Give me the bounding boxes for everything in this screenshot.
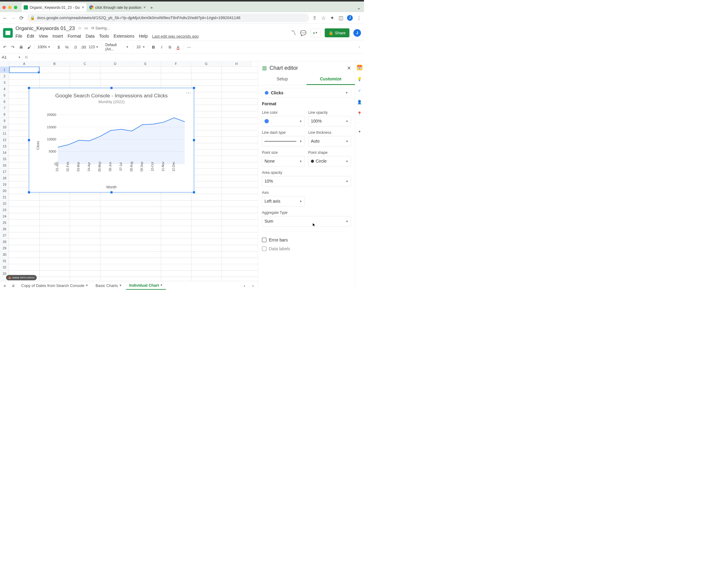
y-axis-label[interactable]: Clicks: [35, 107, 41, 184]
keep-icon[interactable]: 💡: [357, 76, 362, 82]
menu-edit[interactable]: Edit: [27, 34, 34, 39]
row-header[interactable]: 10: [0, 124, 9, 130]
scroll-right-icon[interactable]: ›: [249, 282, 257, 289]
extensions-icon[interactable]: ✦: [330, 15, 335, 21]
strikethrough-icon[interactable]: S: [167, 44, 173, 50]
formula-input[interactable]: [30, 54, 364, 61]
column-header[interactable]: E: [130, 61, 161, 67]
row-header[interactable]: 8: [0, 111, 9, 118]
paint-format-icon[interactable]: 🖌: [26, 44, 32, 50]
row-header[interactable]: 16: [0, 162, 9, 169]
new-tab-button[interactable]: +: [149, 4, 155, 10]
data-labels-checkbox[interactable]: Data labels: [262, 246, 351, 251]
row-header[interactable]: 23: [0, 207, 9, 213]
add-sheet-button[interactable]: +: [1, 282, 8, 289]
print-icon[interactable]: 🖶: [18, 44, 24, 50]
row-header[interactable]: 25: [0, 220, 9, 226]
font-select[interactable]: Default (Ari...▼: [104, 42, 130, 52]
bold-icon[interactable]: B: [151, 44, 156, 50]
side-panel-icon[interactable]: ◫: [338, 15, 344, 21]
line-dash-select[interactable]: ▼: [262, 136, 305, 147]
redo-icon[interactable]: ↷: [10, 44, 16, 50]
row-header[interactable]: 9: [0, 118, 9, 124]
resize-handle[interactable]: [110, 87, 112, 89]
star-icon[interactable]: ☆: [78, 26, 82, 31]
menu-file[interactable]: File: [16, 34, 22, 39]
menu-format[interactable]: Format: [68, 34, 81, 39]
share-up-icon[interactable]: ⇧: [312, 15, 317, 21]
axis-select[interactable]: Left axis▼: [262, 196, 305, 207]
all-sheets-button[interactable]: ≡: [10, 282, 17, 289]
currency-icon[interactable]: $: [56, 44, 61, 50]
menu-view[interactable]: View: [39, 34, 48, 39]
row-header[interactable]: 20: [0, 188, 9, 194]
row-header[interactable]: 29: [0, 245, 9, 252]
share-button[interactable]: 🔒Share: [324, 28, 349, 37]
insights-icon[interactable]: 〽: [291, 30, 296, 36]
close-panel-icon[interactable]: ✕: [347, 65, 351, 71]
line-thickness-select[interactable]: Auto▼: [308, 136, 351, 147]
close-window-icon[interactable]: [2, 6, 6, 9]
row-header[interactable]: 22: [0, 201, 9, 207]
column-header[interactable]: A: [9, 61, 40, 67]
error-bars-checkbox[interactable]: Error bars: [262, 238, 351, 242]
embedded-chart[interactable]: ⋮ Google Search Console - Impressions an…: [29, 88, 194, 193]
column-header[interactable]: D: [100, 61, 130, 67]
row-header[interactable]: 31: [0, 258, 9, 264]
column-header[interactable]: B: [40, 61, 70, 67]
sheet-tab[interactable]: Copy of Dates from Search Console▼: [18, 282, 91, 290]
menu-tools[interactable]: Tools: [99, 34, 109, 39]
aggregate-select[interactable]: Sum▼: [262, 216, 351, 227]
scroll-left-icon[interactable]: ‹: [241, 282, 248, 289]
row-header[interactable]: 26: [0, 226, 9, 232]
tab-setup[interactable]: Setup: [258, 74, 307, 85]
area-opacity-select[interactable]: 10%▼: [262, 176, 351, 187]
decrease-decimal-icon[interactable]: .0: [73, 44, 78, 50]
select-all-corner[interactable]: [0, 61, 9, 67]
line-opacity-select[interactable]: 100%▼: [308, 116, 351, 127]
row-header[interactable]: 32: [0, 264, 9, 270]
text-color-icon[interactable]: A: [175, 44, 181, 50]
fill-handle[interactable]: [38, 72, 40, 73]
tasks-icon[interactable]: ✓: [357, 88, 362, 94]
resize-handle[interactable]: [28, 87, 30, 89]
row-header[interactable]: 24: [0, 213, 9, 220]
kebab-menu-icon[interactable]: ⋮: [356, 15, 362, 21]
move-icon[interactable]: ▭: [84, 26, 88, 31]
row-header[interactable]: 12: [0, 137, 9, 143]
row-header[interactable]: 2: [0, 73, 9, 79]
format-select[interactable]: 123▼: [89, 45, 99, 49]
browser-tab[interactable]: click through rate by position ✕: [87, 3, 148, 12]
line-color-select[interactable]: ▼: [262, 116, 305, 127]
row-header[interactable]: 17: [0, 169, 9, 175]
chevron-down-icon[interactable]: ⌄: [356, 5, 362, 10]
row-header[interactable]: 5: [0, 92, 9, 99]
cells-grid[interactable]: ⋮ Google Search Console - Impressions an…: [9, 67, 258, 281]
maximize-window-icon[interactable]: [14, 6, 17, 9]
row-header[interactable]: 21: [0, 194, 9, 201]
reload-icon[interactable]: ⟳: [19, 15, 24, 21]
resize-handle[interactable]: [28, 139, 30, 141]
row-header[interactable]: 15: [0, 156, 9, 162]
meet-button[interactable]: ▶▼: [310, 28, 321, 37]
column-header[interactable]: H: [222, 61, 252, 67]
row-header[interactable]: 18: [0, 175, 9, 181]
x-axis-label[interactable]: Month: [35, 185, 188, 189]
chart-subtitle[interactable]: Monthly (2022): [35, 100, 188, 104]
forward-icon[interactable]: →: [10, 15, 16, 21]
row-header[interactable]: 13: [0, 143, 9, 150]
last-edit-link[interactable]: Last edit was seconds ago: [152, 34, 199, 39]
row-header[interactable]: 27: [0, 232, 9, 239]
chart-title[interactable]: Google Search Console - Impressions and …: [35, 93, 188, 99]
resize-handle[interactable]: [193, 191, 195, 193]
row-header[interactable]: 30: [0, 252, 9, 258]
resize-handle[interactable]: [110, 191, 112, 193]
account-avatar[interactable]: J: [354, 29, 361, 37]
chart-kebab-icon[interactable]: ⋮: [186, 91, 192, 95]
resize-handle[interactable]: [193, 139, 195, 141]
increase-decimal-icon[interactable]: .00: [81, 44, 86, 50]
point-size-select[interactable]: None▼: [262, 156, 305, 166]
address-bar[interactable]: 🔒 docs.google.com/spreadsheets/d/1S2Q_yb…: [27, 14, 309, 22]
resize-handle[interactable]: [28, 191, 30, 193]
more-icon[interactable]: ⋯: [186, 44, 192, 50]
